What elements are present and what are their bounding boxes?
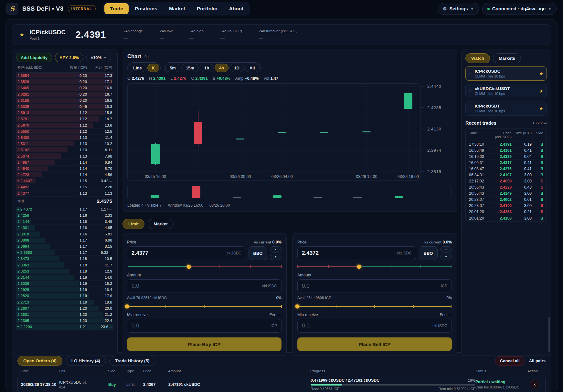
wallet-connection-button[interactable]: Connected · dg4cw...iqe ▼ bbox=[482, 3, 557, 15]
scrollbar-thumb[interactable] bbox=[548, 317, 550, 352]
orderbook-bid-row[interactable]: 2.31441.1814.0 bbox=[16, 274, 113, 281]
add-liquidity-button[interactable]: Add Liquidity bbox=[16, 53, 52, 62]
chart-type-candles-button[interactable]: K bbox=[147, 64, 159, 72]
orderbook-bid-row[interactable]: 2.42581.162.33 bbox=[16, 212, 113, 219]
slider-handle[interactable] bbox=[125, 304, 129, 309]
orderbook-bid-row[interactable]: 2.41441.163.49 bbox=[16, 219, 113, 225]
sell-amount-input[interactable] bbox=[302, 283, 438, 289]
tab-open-orders[interactable]: Open Orders (4) bbox=[17, 356, 62, 366]
orderbook-bid-row[interactable]: 2.33631.1811.7 bbox=[16, 262, 113, 268]
orderbook-bid-row[interactable]: 2.38061.176.98 bbox=[16, 237, 113, 243]
buy-amount-slider[interactable] bbox=[127, 303, 282, 310]
apy-badge[interactable]: APY 2.6% bbox=[55, 53, 83, 62]
orderbook-bid-row[interactable]: 2.39181.165.81 bbox=[16, 231, 113, 237]
orderbook-ask-row[interactable]: 2.53111.1310.2 bbox=[16, 141, 113, 147]
buy-min-receive-input[interactable] bbox=[132, 323, 268, 329]
sell-min-receive-input[interactable] bbox=[302, 323, 430, 329]
settings-button[interactable]: ⚙ Settings ▼ bbox=[438, 3, 479, 15]
watchlist-item[interactable]: ⠿ICP/ckUSDTCLMM · fee 10 bps★ bbox=[465, 101, 547, 116]
sell-bbo-button[interactable]: BBO bbox=[419, 246, 438, 260]
timeframe-15m-button[interactable]: 15m bbox=[181, 64, 199, 72]
slider-handle[interactable] bbox=[357, 265, 361, 269]
chart-type-line-button[interactable]: Line bbox=[129, 64, 146, 72]
orderbook-ask-row[interactable]: 2.43771.131.13 bbox=[16, 191, 113, 197]
orderbook-bid-row[interactable]: 2.25011.2021.2 bbox=[16, 312, 113, 318]
orderbook-bid-row[interactable]: 2.23951.2022.4 bbox=[16, 318, 113, 324]
orderbook-bid-row[interactable]: 2.28201.1917.6 bbox=[16, 293, 113, 299]
orderbook-ask-row[interactable]: 2.59131.1215.8 bbox=[16, 110, 113, 116]
nav-item-trade[interactable]: Trade bbox=[104, 3, 129, 14]
place-sell-button[interactable]: Place Sell ICP bbox=[297, 337, 452, 351]
buy-price-input[interactable] bbox=[132, 250, 224, 256]
buy-price-decrement-button[interactable]: ▼ bbox=[270, 254, 282, 260]
favorite-star-icon[interactable]: ★ bbox=[19, 31, 24, 38]
orderbook-ask-row[interactable]: 2.50741.137.98 bbox=[16, 153, 113, 159]
orderbook-ask-row[interactable]: 2.57911.1214.7 bbox=[16, 116, 113, 122]
buy-price-slider[interactable] bbox=[127, 263, 282, 270]
tab-trade-history[interactable]: Trade History (5) bbox=[109, 356, 155, 366]
orderbook-bid-row[interactable]: 2.27131.1918.8 bbox=[16, 299, 113, 305]
volume-strip[interactable] bbox=[127, 184, 451, 200]
nav-item-positions[interactable]: Positions bbox=[129, 3, 163, 14]
tab-watch[interactable]: Watch bbox=[465, 53, 490, 63]
orderbook-bid-row[interactable]: 2.40311.164.65 bbox=[16, 225, 113, 231]
timeframe-1h-button[interactable]: 1h bbox=[200, 64, 214, 72]
nav-item-portfolio[interactable]: Portfolio bbox=[191, 3, 223, 14]
tab-lo-history[interactable]: LO History (4) bbox=[66, 356, 106, 366]
tab-markets[interactable]: Markets bbox=[493, 53, 521, 63]
range-dropdown[interactable]: ±10% ▼ bbox=[86, 53, 111, 62]
orderbook-ask-row[interactable]: 2.48401.145.70 bbox=[16, 166, 113, 172]
orderbook-ask-row[interactable]: 2.60350.4916.3 bbox=[16, 104, 113, 110]
favorite-star-icon[interactable]: ★ bbox=[539, 88, 543, 94]
orderbook-ask-row[interactable]: 2.49571.146.84 bbox=[16, 160, 113, 166]
sell-price-increment-button[interactable]: ▲ bbox=[440, 246, 452, 253]
orderbook-ask-row[interactable]: 2.64050.2016.9 bbox=[16, 85, 113, 91]
favorite-star-icon[interactable]: ★ bbox=[539, 71, 543, 76]
orderbook-ask-row[interactable]: 2.66540.2017.3 bbox=[16, 73, 113, 79]
orderbook-bid-row[interactable]: 2.26071.2020.0 bbox=[16, 305, 113, 312]
orderbook-bid-row[interactable]: 2.22901.2123.6— bbox=[16, 324, 113, 330]
orderbook-ask-row[interactable]: 2.61580.2016.5 bbox=[16, 98, 113, 104]
orderbook-bid-row[interactable]: 2.29281.1916.4 bbox=[16, 287, 113, 293]
sell-price-slider[interactable] bbox=[297, 263, 452, 270]
tab-limit[interactable]: Limit bbox=[122, 219, 144, 229]
sell-price-input[interactable] bbox=[302, 250, 394, 256]
orderbook-bid-row[interactable]: 2.32531.1812.9 bbox=[16, 268, 113, 274]
place-buy-button[interactable]: Place Buy ICP bbox=[127, 337, 282, 351]
nav-item-about[interactable]: About bbox=[224, 3, 249, 14]
orderbook-bid-row[interactable]: 2.43721.171.17— bbox=[16, 206, 113, 212]
orderbook-ask-row[interactable]: 2.51921.139.11 bbox=[16, 147, 113, 153]
orderbook-ask-row[interactable]: 2.44921.152.28 bbox=[16, 184, 113, 190]
orderbook-ask-row[interactable]: 2.47231.144.56 bbox=[16, 172, 113, 178]
timeframe-all-button[interactable]: All bbox=[245, 64, 260, 72]
orderbook-ask-row[interactable]: 2.46071.153.42— bbox=[16, 178, 113, 184]
slider-handle[interactable] bbox=[295, 304, 300, 309]
watchlist-item[interactable]: ⠿ckUSDC/ckUSDTCLMM · fee 10 bps★ bbox=[465, 84, 547, 98]
orderbook-ask-row[interactable]: 2.55501.1212.5 bbox=[16, 129, 113, 135]
orderbook-bid-row[interactable]: 2.30361.1915.2 bbox=[16, 281, 113, 287]
orderbook-ask-row[interactable]: 2.54301.1311.4 bbox=[16, 135, 113, 141]
timeframe-5m-button[interactable]: 5m bbox=[165, 64, 180, 72]
sell-amount-slider[interactable] bbox=[297, 303, 452, 310]
tab-market[interactable]: Market bbox=[148, 219, 174, 229]
all-pairs-toggle[interactable]: All pairs bbox=[529, 358, 546, 363]
sell-price-decrement-button[interactable]: ▼ bbox=[440, 254, 452, 260]
orderbook-bid-row[interactable]: 2.35831.179.32— bbox=[16, 250, 113, 256]
timeframe-1d-button[interactable]: 1D bbox=[229, 64, 244, 72]
cancel-all-button[interactable]: Cancel all bbox=[495, 356, 525, 366]
watchlist-item[interactable]: ⠿ICP/ckUSDCCLMM · fee 10 bps★ bbox=[465, 66, 547, 81]
nav-item-market[interactable]: Market bbox=[164, 3, 191, 14]
favorite-star-icon[interactable]: ★ bbox=[539, 106, 543, 111]
orderbook-ask-row[interactable]: 2.65290.2017.1 bbox=[16, 79, 113, 85]
orderbook-bid-row[interactable]: 2.36941.178.15 bbox=[16, 243, 113, 250]
buy-bbo-button[interactable]: BBO bbox=[249, 246, 267, 260]
orderbook-bid-row[interactable]: 2.34731.1810.5 bbox=[16, 256, 113, 262]
orderbook-ask-row[interactable]: 2.62810.2016.7 bbox=[16, 91, 113, 98]
buy-amount-input[interactable] bbox=[132, 283, 260, 289]
timeframe-4h-button[interactable]: 4h bbox=[215, 64, 228, 72]
orderbook-ask-row[interactable]: 2.56701.1213.6 bbox=[16, 122, 113, 129]
buy-price-increment-button[interactable]: ▲ bbox=[270, 246, 282, 253]
slider-handle[interactable] bbox=[187, 265, 191, 269]
candle-chart[interactable]: 03/25 16:0003/26 00:0003/26 04:0003/26 1… bbox=[127, 83, 420, 181]
cancel-order-button[interactable]: × bbox=[530, 380, 539, 389]
